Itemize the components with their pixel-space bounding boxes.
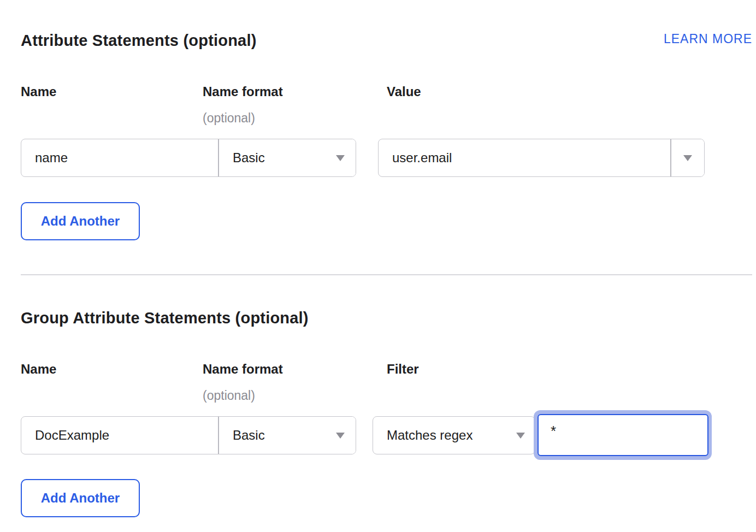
group-filter-value-input[interactable] <box>538 414 708 456</box>
attribute-name-format-selected-value: Basic <box>233 150 265 165</box>
attribute-name-input[interactable] <box>21 139 218 176</box>
learn-more-link[interactable]: LEARN MORE <box>664 32 752 46</box>
section-divider <box>21 274 752 275</box>
chevron-down-icon <box>683 155 692 161</box>
attribute-name-format-select[interactable]: Basic <box>219 139 356 176</box>
group-filter-column-label: Filter <box>387 362 419 377</box>
group-attribute-statements-title: Group Attribute Statements (optional) <box>21 309 309 327</box>
attribute-value-column-label: Value <box>387 84 421 99</box>
attribute-value-dropdown-button[interactable] <box>671 139 704 176</box>
attribute-name-format-column-label: Name format <box>203 84 283 99</box>
chevron-down-icon <box>516 433 525 439</box>
saml-attribute-settings-page: Attribute Statements (optional) LEARN MO… <box>0 0 756 532</box>
chevron-down-icon <box>336 433 345 439</box>
group-filter-type-select[interactable]: Matches regex <box>373 416 535 454</box>
attribute-value-field-group <box>378 139 705 177</box>
attribute-add-another-button[interactable]: Add Another <box>21 202 140 240</box>
attribute-name-column-label: Name <box>21 84 56 99</box>
group-name-format-column-label: Name format <box>203 362 283 377</box>
group-name-format-select[interactable]: Basic <box>219 417 356 454</box>
group-name-column-label: Name <box>21 362 56 377</box>
attribute-value-input[interactable] <box>379 139 670 176</box>
attribute-name-format-optional-note: (optional) <box>203 111 255 126</box>
group-add-another-button[interactable]: Add Another <box>21 479 140 517</box>
group-name-format-selected-value: Basic <box>233 428 265 443</box>
chevron-down-icon <box>336 155 345 161</box>
group-name-input[interactable] <box>21 417 218 454</box>
attribute-name-field-group: Basic <box>21 139 356 177</box>
group-filter-value-focus-ring <box>534 410 712 460</box>
group-name-field-group: Basic <box>21 416 356 454</box>
attribute-statements-title: Attribute Statements (optional) <box>21 32 257 50</box>
group-filter-type-selected-value: Matches regex <box>387 428 472 443</box>
group-name-format-optional-note: (optional) <box>203 388 255 403</box>
